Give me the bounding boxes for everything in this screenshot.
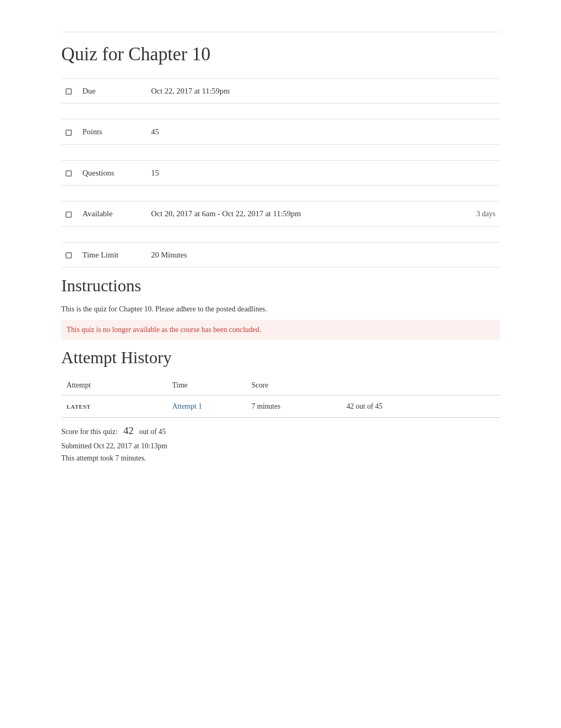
attempt-badge-cell: LATEST bbox=[61, 395, 167, 418]
score-number: 42 bbox=[123, 425, 134, 436]
time-limit-icon bbox=[61, 242, 78, 268]
quiz-title: Quiz for Chapter 10 bbox=[61, 32, 500, 69]
available-value: Oct 20, 2017 at 6am - Oct 22, 2017 at 11… bbox=[147, 201, 447, 227]
attempt-history-title: Attempt History bbox=[61, 345, 500, 370]
content-area: Quiz for Chapter 10 Due Oct 22, 2017 at … bbox=[51, 0, 510, 507]
points-row: Points 45 bbox=[61, 119, 500, 145]
time-limit-row: Time Limit 20 Minutes bbox=[61, 242, 500, 268]
bullet-icon bbox=[66, 211, 72, 218]
questions-row: Questions 15 bbox=[61, 160, 500, 186]
available-label: Available bbox=[78, 201, 147, 227]
attempt-table-header: Attempt Time Score bbox=[61, 375, 500, 395]
time-limit-extra bbox=[447, 242, 500, 268]
bullet-icon bbox=[66, 170, 72, 177]
score-details: Score for this quiz: 42 out of 45 Submit… bbox=[61, 422, 500, 465]
attempt-row-1: LATEST Attempt 1 7 minutes 42 out of 45 bbox=[61, 395, 500, 418]
attempt-link-cell: Attempt 1 bbox=[167, 395, 246, 418]
attempt-table: Attempt Time Score LATEST Attempt 1 7 mi… bbox=[61, 375, 500, 418]
attempt-1-link[interactable]: Attempt 1 bbox=[172, 402, 202, 410]
page-wrapper: Quiz for Chapter 10 Due Oct 22, 2017 at … bbox=[0, 0, 561, 507]
attempt-score-cell: 42 out of 45 bbox=[341, 395, 500, 418]
due-row: Due Oct 22, 2017 at 11:59pm bbox=[61, 78, 500, 104]
attempt-time-cell: 7 minutes bbox=[246, 395, 341, 418]
points-icon bbox=[61, 119, 78, 145]
instructions-title: Instructions bbox=[61, 273, 500, 298]
bullet-icon bbox=[66, 88, 72, 95]
questions-value: 15 bbox=[147, 160, 447, 186]
due-value: Oct 22, 2017 at 11:59pm bbox=[147, 78, 447, 104]
details-table: Due Oct 22, 2017 at 11:59pm Points 45 bbox=[61, 78, 500, 268]
questions-label: Questions bbox=[78, 160, 147, 186]
time-limit-label: Time Limit bbox=[78, 242, 147, 268]
score-summary-line: Score for this quiz: 42 out of 45 bbox=[61, 422, 500, 439]
available-extra: 3 days bbox=[447, 201, 500, 227]
spacer-2 bbox=[61, 144, 500, 160]
available-row: Available Oct 20, 2017 at 6am - Oct 22, … bbox=[61, 201, 500, 227]
bullet-icon bbox=[66, 130, 72, 136]
points-value: 45 bbox=[147, 119, 447, 145]
questions-icon bbox=[61, 160, 78, 186]
col-header-score: Score bbox=[246, 375, 341, 395]
spacer-4 bbox=[61, 226, 500, 242]
points-label: Points bbox=[78, 119, 147, 145]
submitted-line: Submitted Oct 22, 2017 at 10:13pm bbox=[61, 440, 500, 453]
bullet-icon bbox=[66, 252, 72, 259]
col-header-attempt: Attempt bbox=[61, 375, 167, 395]
due-icon bbox=[61, 78, 78, 104]
quiz-closed-notice: This quiz is no longer available as the … bbox=[61, 320, 500, 339]
due-extra bbox=[447, 78, 500, 104]
instructions-body: This is the quiz for Chapter 10. Please … bbox=[61, 303, 500, 315]
score-for-quiz-label: Score for this quiz: bbox=[61, 428, 118, 436]
attempt-history-section: Attempt History Attempt Time Score LATES… bbox=[61, 345, 500, 465]
time-limit-value: 20 Minutes bbox=[147, 242, 447, 268]
spacer-3 bbox=[61, 186, 500, 201]
spacer-1 bbox=[61, 104, 500, 119]
points-extra bbox=[447, 119, 500, 145]
col-header-time: Time bbox=[167, 375, 246, 395]
due-label: Due bbox=[78, 78, 147, 104]
score-out-of: out of 45 bbox=[139, 428, 166, 436]
latest-badge: LATEST bbox=[67, 403, 91, 410]
available-icon bbox=[61, 201, 78, 227]
questions-extra bbox=[447, 160, 500, 186]
duration-line: This attempt took 7 minutes. bbox=[61, 452, 500, 465]
instructions-section: Instructions This is the quiz for Chapte… bbox=[61, 273, 500, 339]
